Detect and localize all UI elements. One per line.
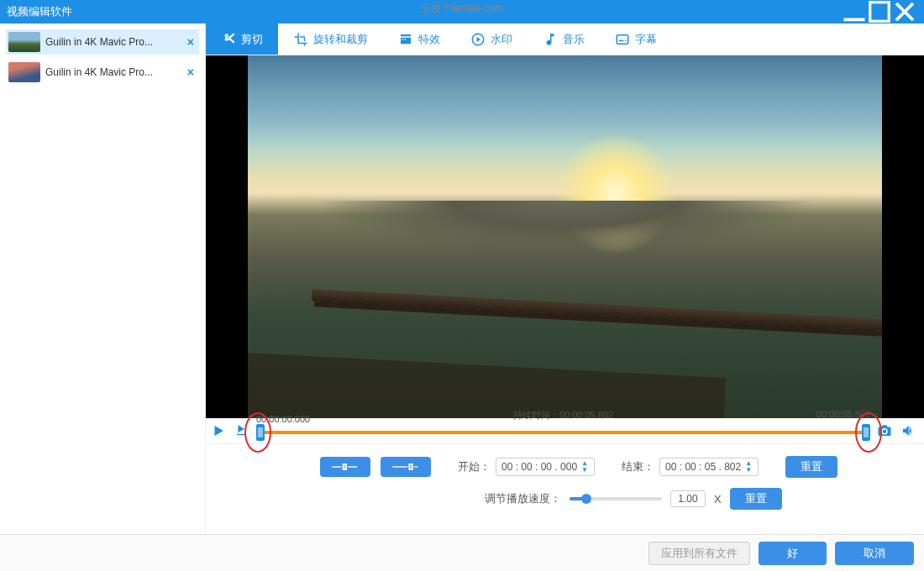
svg-marker-3 xyxy=(477,37,481,42)
track-bar[interactable] xyxy=(256,431,870,434)
timeline-end-time: 00:00:05.802 xyxy=(816,409,870,419)
tab-watermark[interactable]: 水印 xyxy=(455,24,528,55)
scissors-icon xyxy=(221,32,236,47)
tab-effect[interactable]: 特效 xyxy=(383,24,455,55)
end-time-input[interactable]: 00 : 00 : 05 . 802 ▲▼ xyxy=(659,458,759,476)
file-item[interactable]: Guilin in 4K Mavic Pro... × xyxy=(5,59,200,86)
start-time-input[interactable]: 00 : 00 : 00 . 000 ▲▼ xyxy=(496,458,595,476)
trim-handle-left[interactable] xyxy=(256,424,265,441)
mark-in-button[interactable] xyxy=(320,457,370,477)
svg-rect-4 xyxy=(617,34,628,44)
tab-cut[interactable]: 剪切 xyxy=(206,24,278,55)
start-time-field: 开始： 00 : 00 : 00 . 000 ▲▼ xyxy=(458,458,595,476)
file-label: Guilin in 4K Mavic Pro... xyxy=(45,66,153,78)
file-thumbnail xyxy=(8,62,40,82)
svg-rect-15 xyxy=(392,466,407,467)
svg-rect-1 xyxy=(870,3,890,22)
file-item[interactable]: Guilin in 4K Mavic Pro... × xyxy=(5,29,200,55)
timeline-start-time: 00:00:00.000 xyxy=(256,414,310,424)
svg-rect-12 xyxy=(348,466,357,467)
video-frame[interactable] xyxy=(248,55,882,418)
footer-bar: 应用到所有文件 好 取消 xyxy=(0,534,924,571)
reset-time-button[interactable]: 重置 xyxy=(785,456,837,478)
maximize-button[interactable] xyxy=(867,3,892,20)
spinner[interactable]: ▲▼ xyxy=(580,460,589,474)
duration-label: 持续时间： xyxy=(513,410,559,420)
volume-button[interactable] xyxy=(899,422,917,440)
effect-icon xyxy=(398,32,413,47)
watermark-icon xyxy=(470,32,486,47)
file-thumbnail xyxy=(8,32,40,52)
svg-rect-5 xyxy=(619,39,624,41)
svg-rect-16 xyxy=(408,464,412,470)
duration-value: 00:00:05.802 xyxy=(559,410,613,420)
speed-slider[interactable] xyxy=(570,497,662,500)
file-close-icon[interactable]: × xyxy=(187,65,194,79)
speed-value-input[interactable]: 1.00 xyxy=(670,490,706,507)
svg-rect-11 xyxy=(343,464,347,470)
svg-rect-10 xyxy=(332,466,341,467)
export-button[interactable] xyxy=(233,422,251,440)
svg-marker-7 xyxy=(215,426,224,436)
spinner[interactable]: ▲▼ xyxy=(744,460,753,474)
tool-tabbar: 剪切 旋转和裁剪 特效 水印 音乐 字幕 xyxy=(206,24,924,55)
file-label: Guilin in 4K Mavic Pro... xyxy=(45,36,153,48)
apply-all-button[interactable]: 应用到所有文件 xyxy=(648,542,750,565)
end-time-field: 结束： 00 : 00 : 05 . 802 ▲▼ xyxy=(622,458,759,476)
minimize-button[interactable] xyxy=(842,3,867,20)
tab-rotate-crop[interactable]: 旋转和裁剪 xyxy=(278,24,383,55)
file-close-icon[interactable]: × xyxy=(187,35,194,49)
tab-subtitle[interactable]: 字幕 xyxy=(600,24,672,55)
play-button[interactable] xyxy=(209,422,228,440)
snapshot-button[interactable] xyxy=(875,422,894,440)
file-sidebar: Guilin in 4K Mavic Pro... × Guilin in 4K… xyxy=(0,24,206,571)
controls-panel: 开始： 00 : 00 : 00 . 000 ▲▼ 结束： 00 : 00 : … xyxy=(206,443,924,518)
svg-rect-9 xyxy=(237,434,246,436)
mark-out-button[interactable] xyxy=(381,457,431,477)
video-preview-area xyxy=(206,55,924,418)
timeline-track[interactable]: 00:00:00.000 持续时间：00:00:05.802 00:00:05.… xyxy=(256,419,870,443)
trim-handle-right[interactable] xyxy=(862,424,870,441)
speed-label: 调节播放速度： xyxy=(485,491,561,506)
start-label: 开始： xyxy=(458,459,491,474)
svg-marker-8 xyxy=(239,425,245,432)
close-button[interactable] xyxy=(892,3,917,20)
timeline-row: 00:00:00.000 持续时间：00:00:05.802 00:00:05.… xyxy=(206,418,924,443)
speed-knob[interactable] xyxy=(581,494,591,504)
speed-unit: X xyxy=(714,493,722,506)
cancel-button[interactable]: 取消 xyxy=(835,542,914,565)
reset-speed-button[interactable]: 重置 xyxy=(730,488,782,510)
svg-rect-6 xyxy=(625,39,627,41)
ok-button[interactable]: 好 xyxy=(759,542,827,565)
end-label: 结束： xyxy=(622,459,654,474)
subtitle-icon xyxy=(615,32,630,47)
music-icon xyxy=(543,32,558,47)
crop-icon xyxy=(293,32,308,47)
titlebar: 视频编辑软件 xyxy=(0,0,924,24)
tab-music[interactable]: 音乐 xyxy=(528,24,600,55)
svg-rect-17 xyxy=(414,466,417,467)
svg-rect-0 xyxy=(844,18,865,22)
window-title: 视频编辑软件 xyxy=(7,4,842,19)
